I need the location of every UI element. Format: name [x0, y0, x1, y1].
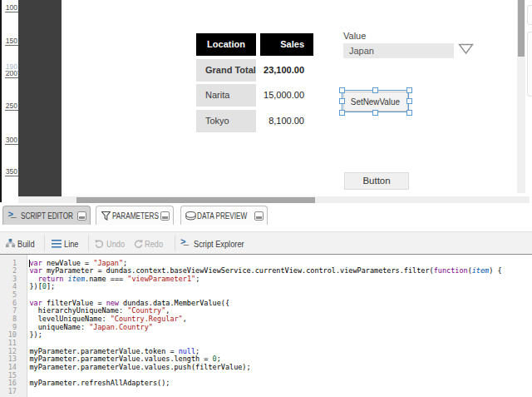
table-row-value[interactable]: 8,100.00 [260, 110, 313, 132]
ruler-tick: 250 [2, 102, 18, 110]
redo-icon [134, 239, 143, 248]
table-row-label[interactable]: Narita [196, 84, 256, 107]
tab-label: SCRIPT EDITOR [21, 211, 73, 221]
code-line [30, 388, 502, 396]
ruler-tick-line [5, 110, 18, 111]
selection-handle[interactable] [406, 87, 412, 93]
right-flyout-strip [525, 0, 532, 196]
bottom-dock-panel: >_SCRIPT EDITORPARAMETERSDATA PREVIEW Bu… [0, 203, 532, 397]
line-button[interactable]: Line [64, 239, 78, 249]
button-element[interactable]: Button [344, 172, 409, 190]
table-row-value[interactable]: 23,100.00 [260, 59, 313, 82]
horizontal-scrollbar-thumb[interactable] [76, 197, 315, 203]
ruler-tick-label: 250 [6, 102, 17, 110]
filter-icon [101, 211, 111, 221]
script-prompt-icon: >_ [8, 211, 17, 220]
vertical-scrollbar-thumb[interactable] [518, 0, 525, 57]
dashboard-designer: 100150200250300350190 LocationSalesGrand… [0, 0, 532, 397]
tab-label: DATA PREVIEW [197, 211, 247, 221]
ruler-guide-line [5, 71, 18, 72]
ruler-guide-marker: 190 [2, 62, 18, 71]
ruler-tick-label: 150 [6, 37, 17, 45]
line-icon [52, 239, 62, 249]
vertical-ruler: 100150200250300350190 [2, 0, 18, 196]
design-canvas[interactable]: LocationSalesGrand Total23,100.00Narita1… [62, 0, 517, 196]
line-number-gutter: 1234567891011121314151617 [0, 255, 27, 397]
undo-button[interactable]: Undo [106, 239, 125, 249]
value-label: Value [343, 31, 366, 41]
setnewvalue-button[interactable]: SetNewValue [343, 92, 408, 112]
selection-handle[interactable] [372, 110, 378, 116]
flyout-tab[interactable] [527, 32, 532, 97]
text-cursor [29, 260, 30, 267]
code-line: return item.name === "viewParameter1"; [30, 275, 502, 284]
popout-window-icon[interactable] [254, 211, 264, 221]
table-row-label[interactable]: Tokyo [196, 110, 256, 132]
database-icon [185, 211, 196, 221]
code-line: })[0]; [30, 283, 502, 291]
code-area[interactable]: var newValue = "Japan";var myParameter =… [30, 260, 502, 396]
tab-parameters[interactable]: PARAMETERS [96, 206, 174, 225]
code-line: myParameter.refreshAllAdapters(); [30, 380, 502, 388]
setnewvalue-label: SetNewValue [351, 92, 400, 111]
selection-handle[interactable] [339, 98, 345, 104]
script-explorer-icon: >_ [180, 238, 189, 247]
dropdown-arrow-icon[interactable] [458, 43, 474, 55]
ruler-tick: 350 [2, 167, 18, 176]
build-icon [6, 239, 15, 248]
line-number: 17 [8, 388, 17, 396]
table-row-label[interactable]: Grand Total [196, 59, 256, 82]
ruler-tick: 100 [2, 3, 18, 12]
value-dropdown[interactable]: Japan [343, 43, 454, 58]
toolbar-separator [88, 236, 89, 251]
code-line: }); [30, 331, 502, 340]
tab-data-preview[interactable]: DATA PREVIEW [180, 206, 268, 225]
ruler-tick-line [5, 144, 18, 145]
ruler-tick-line [5, 12, 18, 12]
toolbar-separator [175, 236, 175, 251]
code-line: uniqueName: "Japan.Country" [30, 324, 502, 332]
table-header-sales[interactable]: Sales [260, 33, 313, 56]
ruler-guide-label: 190 [6, 63, 17, 71]
tab-script-editor[interactable]: >_SCRIPT EDITOR [2, 206, 91, 225]
popout-window-icon[interactable] [77, 211, 86, 221]
script-toolbar: Build Line Undo Redo [0, 231, 532, 254]
table-row-value[interactable]: 15,000.00 [260, 84, 313, 107]
ruler-tick-line [5, 77, 18, 78]
selection-handle[interactable] [372, 87, 378, 93]
ruler-tick: 300 [2, 136, 18, 144]
code-line: myParameter.parameterValue.values.push(f… [30, 364, 502, 372]
selection-handle[interactable] [406, 110, 412, 116]
tab-label: PARAMETERS [112, 211, 159, 221]
script-explorer-button[interactable]: Script Explorer [194, 239, 244, 249]
flyout-tab[interactable] [527, 5, 532, 25]
redo-button[interactable]: Redo [145, 239, 163, 249]
undo-icon [95, 239, 104, 248]
ruler-tick-label: 300 [6, 136, 17, 144]
selection-handle[interactable] [339, 110, 345, 116]
value-dropdown-text: Japan [349, 46, 374, 56]
ruler-tick-label: 350 [6, 168, 17, 176]
toolbox-panel [18, 0, 62, 196]
ruler-tick: 150 [2, 37, 18, 45]
selection-handle[interactable] [406, 98, 412, 104]
ruler-tick-line [5, 45, 18, 46]
build-button[interactable]: Build [17, 239, 35, 249]
ruler-tick-label: 100 [6, 4, 17, 12]
ruler-tick-line [5, 176, 18, 176]
script-editor[interactable]: 1234567891011121314151617 var newValue =… [0, 254, 532, 397]
selection-handle[interactable] [339, 87, 345, 93]
table-header-location[interactable]: Location [196, 33, 256, 56]
toolbar-separator [44, 236, 45, 251]
popout-window-icon[interactable] [160, 211, 170, 221]
